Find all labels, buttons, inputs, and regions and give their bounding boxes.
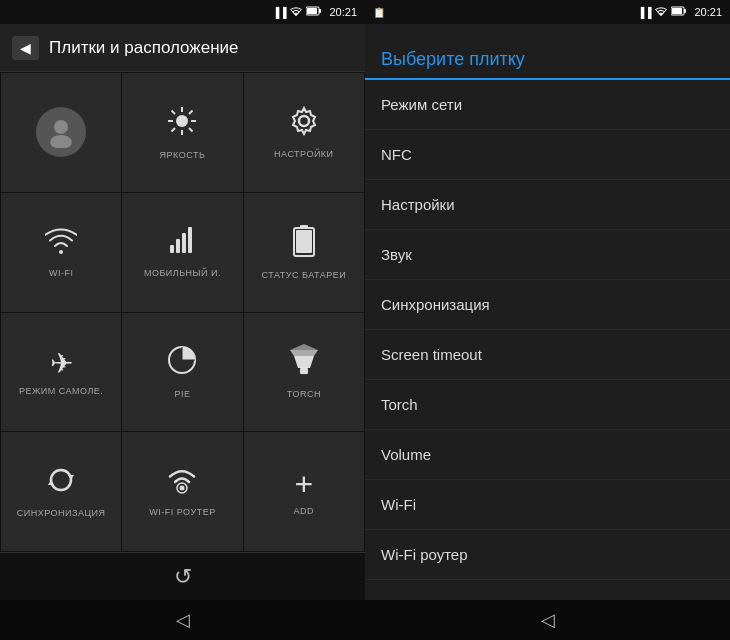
tile-pie[interactable]: PIE xyxy=(122,313,242,432)
left-nav-back-button[interactable]: ◁ xyxy=(176,609,190,631)
tile-add[interactable]: + ADD xyxy=(244,432,364,551)
right-panel: 📋 ▐▐ 20:21 Выберите плитку xyxy=(365,0,730,640)
menu-item-screen-timeout[interactable]: Screen timeout xyxy=(365,330,730,380)
menu-item-nastroiki-label: Настройки xyxy=(381,196,455,213)
pie-label: PIE xyxy=(174,389,190,399)
tile-person[interactable] xyxy=(1,73,121,192)
airplane-icon: ✈ xyxy=(50,347,73,380)
wifi-label: WI-FI xyxy=(49,268,74,278)
svg-marker-29 xyxy=(290,344,318,350)
wifi-router-label: WI-FI РОУТЕР xyxy=(149,507,215,517)
sync-icon xyxy=(46,465,76,502)
battery-label: СТАТУС БАТАРЕИ xyxy=(262,270,347,280)
svg-point-32 xyxy=(180,486,185,491)
svg-marker-31 xyxy=(48,480,54,485)
right-notif-icon: 📋 xyxy=(373,7,385,18)
wifi-router-icon xyxy=(166,466,198,501)
menu-item-torch[interactable]: Torch xyxy=(365,380,730,430)
menu-item-nfc-label: NFC xyxy=(381,146,412,163)
svg-marker-26 xyxy=(294,356,314,368)
svg-marker-28 xyxy=(290,350,318,356)
svg-line-12 xyxy=(189,110,193,114)
svg-rect-19 xyxy=(188,227,192,253)
menu-item-volume-label: Volume xyxy=(381,446,431,463)
pie-icon xyxy=(166,344,198,383)
tiles-grid: ЯРКОСТЬ НАСТРОЙКИ WI-FI xyxy=(0,72,365,552)
menu-item-wifi-router-label: Wi-Fi роутер xyxy=(381,546,468,563)
tile-airplane[interactable]: ✈ РЕЖИМ САМОЛЕ. xyxy=(1,313,121,432)
add-icon: + xyxy=(294,468,313,500)
left-nav-bar: ◁ xyxy=(0,600,365,640)
tile-wifi-router[interactable]: WI-FI РОУТЕР xyxy=(122,432,242,551)
svg-rect-2 xyxy=(307,8,317,14)
torch-left-label: TORCH xyxy=(287,389,321,399)
time-left: 20:21 xyxy=(329,6,357,18)
svg-point-4 xyxy=(50,135,72,148)
menu-item-zvuk[interactable]: Звук xyxy=(365,230,730,280)
right-time: 20:21 xyxy=(694,6,722,18)
menu-item-sinhronizacia-label: Синхронизация xyxy=(381,296,490,313)
sync-label: СИНХРОНИЗАЦИЯ xyxy=(17,508,106,518)
left-status-bar: ▐▐ 20:21 xyxy=(0,0,365,24)
tile-sync[interactable]: СИНХРОНИЗАЦИЯ xyxy=(1,432,121,551)
svg-point-5 xyxy=(176,115,188,127)
left-title: Плитки и расположение xyxy=(49,38,239,58)
wifi-status-icon xyxy=(289,5,303,19)
battery-tile-icon xyxy=(293,225,315,264)
mobile-signal-icon xyxy=(168,227,196,262)
right-status-icons: ▐▐ 20:21 xyxy=(637,5,722,19)
tile-wifi[interactable]: WI-FI xyxy=(1,193,121,312)
tile-brightness[interactable]: ЯРКОСТЬ xyxy=(122,73,242,192)
svg-line-11 xyxy=(189,128,193,132)
wifi-icon xyxy=(45,227,77,262)
menu-item-torch-label: Torch xyxy=(381,396,418,413)
right-nav-back-button[interactable]: ◁ xyxy=(541,609,555,631)
settings-icon xyxy=(289,106,319,143)
left-title-bar: ◀ Плитки и расположение xyxy=(0,24,365,72)
svg-line-10 xyxy=(172,110,176,114)
svg-point-14 xyxy=(299,116,309,126)
airplane-label: РЕЖИМ САМОЛЕ. xyxy=(19,386,103,396)
back-arrow-icon: ◀ xyxy=(20,40,31,56)
menu-item-volume[interactable]: Volume xyxy=(365,430,730,480)
tile-battery[interactable]: СТАТУС БАТАРЕИ xyxy=(244,193,364,312)
left-panel: ▐▐ 20:21 ◀ Плитки и расположе xyxy=(0,0,365,640)
svg-line-13 xyxy=(172,128,176,132)
brightness-label: ЯРКОСТЬ xyxy=(160,150,206,160)
mobile-label: МОБИЛЬНЫЙ И. xyxy=(144,268,221,278)
svg-rect-1 xyxy=(319,9,321,13)
right-status-left: 📋 xyxy=(373,7,637,18)
svg-rect-18 xyxy=(182,233,186,253)
left-status-icons: ▐▐ 20:21 xyxy=(272,5,357,19)
menu-item-sinhronizacia[interactable]: Синхронизация xyxy=(365,280,730,330)
menu-item-nastroiki[interactable]: Настройки xyxy=(365,180,730,230)
right-status-bar: 📋 ▐▐ 20:21 xyxy=(365,0,730,24)
menu-item-network-mode-label: Режим сети xyxy=(381,96,462,113)
svg-rect-17 xyxy=(176,239,180,253)
menu-item-screen-timeout-label: Screen timeout xyxy=(381,346,482,363)
svg-rect-16 xyxy=(170,245,174,253)
tile-torch[interactable]: TORCH xyxy=(244,313,364,432)
menu-item-wifi-router[interactable]: Wi-Fi роутер xyxy=(365,530,730,580)
brightness-icon xyxy=(166,105,198,144)
left-bottom-bar: ↺ xyxy=(0,552,365,600)
tile-mobile[interactable]: МОБИЛЬНЫЙ И. xyxy=(122,193,242,312)
tile-settings[interactable]: НАСТРОЙКИ xyxy=(244,73,364,192)
menu-list: Режим сети NFC Настройки Звук Синхрониза… xyxy=(365,80,730,600)
svg-rect-22 xyxy=(296,230,312,253)
menu-item-nfc[interactable]: NFC xyxy=(365,130,730,180)
svg-rect-36 xyxy=(672,8,682,14)
svg-point-15 xyxy=(59,250,63,254)
svg-rect-27 xyxy=(300,368,308,374)
settings-label: НАСТРОЙКИ xyxy=(274,149,334,159)
menu-item-wifi[interactable]: Wi-Fi xyxy=(365,480,730,530)
battery-status-icon xyxy=(306,6,322,18)
restore-icon[interactable]: ↺ xyxy=(174,564,192,590)
right-title-bar: Выберите плитку xyxy=(365,24,730,80)
right-battery-icon xyxy=(671,6,687,18)
menu-item-network-mode[interactable]: Режим сети xyxy=(365,80,730,130)
person-avatar xyxy=(36,107,86,157)
right-signal-icon: ▐▐ xyxy=(637,7,651,18)
menu-item-wifi-label: Wi-Fi xyxy=(381,496,416,513)
back-button-left[interactable]: ◀ xyxy=(12,36,39,60)
